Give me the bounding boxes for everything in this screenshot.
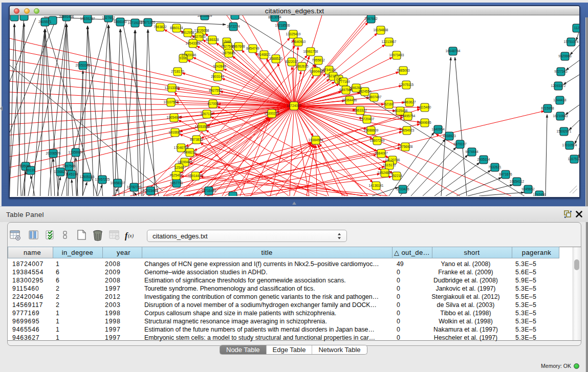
svg-text:9777169: 9777169 <box>337 80 350 83</box>
svg-text:2087682: 2087682 <box>364 17 378 20</box>
svg-text:9699695: 9699695 <box>418 121 431 124</box>
svg-text:9329966: 9329966 <box>558 54 572 58</box>
svg-text:10655287: 10655287 <box>80 17 95 20</box>
svg-text:417006: 417006 <box>207 102 219 105</box>
svg-text:17359924: 17359924 <box>69 150 83 154</box>
svg-text:8912958: 8912958 <box>181 31 194 34</box>
svg-text:1916682: 1916682 <box>168 130 182 134</box>
svg-text:18724007: 18724007 <box>287 104 301 107</box>
svg-text:10543382: 10543382 <box>186 41 201 45</box>
svg-text:8471676: 8471676 <box>499 172 512 176</box>
svg-text:8990448: 8990448 <box>310 70 323 73</box>
svg-text:1733426: 1733426 <box>396 187 409 191</box>
svg-text:14136141: 14136141 <box>369 184 384 187</box>
svg-text:8186328: 8186328 <box>206 38 219 41</box>
svg-text:14495754: 14495754 <box>401 114 416 118</box>
svg-text:15692971: 15692971 <box>557 129 572 133</box>
svg-text:16210643: 16210643 <box>553 114 568 118</box>
svg-text:16099469: 16099469 <box>178 160 192 164</box>
svg-text:8215958: 8215958 <box>541 106 554 110</box>
svg-text:252214: 252214 <box>391 174 402 178</box>
svg-text:20206576: 20206576 <box>46 151 61 155</box>
svg-text:3824554: 3824554 <box>358 90 372 93</box>
svg-text:12546: 12546 <box>175 166 184 169</box>
svg-text:1588520: 1588520 <box>269 57 282 60</box>
svg-text:835061: 835061 <box>20 164 31 168</box>
svg-text:10958107: 10958107 <box>111 181 125 185</box>
svg-text:1167533: 1167533 <box>568 157 579 161</box>
svg-text:3267110: 3267110 <box>201 112 213 116</box>
svg-text:16154838: 16154838 <box>374 28 388 32</box>
svg-text:8813054: 8813054 <box>268 15 281 19</box>
svg-text:19756928: 19756928 <box>398 145 413 148</box>
svg-text:7485003: 7485003 <box>397 69 410 72</box>
svg-text:7632621: 7632621 <box>488 165 502 169</box>
svg-text:2935114: 2935114 <box>477 158 490 161</box>
svg-text:1640954: 1640954 <box>431 127 445 131</box>
svg-text:19524851: 19524851 <box>378 171 393 174</box>
svg-text:112: 112 <box>574 26 579 30</box>
svg-text:10025438: 10025438 <box>393 109 408 113</box>
svg-text:9327503: 9327503 <box>192 35 206 38</box>
svg-text:8873832: 8873832 <box>190 138 203 141</box>
svg-text:12975115: 12975115 <box>399 83 414 86</box>
svg-text:6497568: 6497568 <box>339 88 353 92</box>
svg-text:9115460: 9115460 <box>419 105 431 109</box>
svg-text:15751074: 15751074 <box>564 40 579 43</box>
svg-text:15716485: 15716485 <box>202 189 216 192</box>
svg-text:10807487: 10807487 <box>367 95 382 99</box>
svg-text:8938923: 8938923 <box>443 134 456 138</box>
svg-text:13325419: 13325419 <box>286 32 301 36</box>
svg-text:16033809: 16033809 <box>198 15 212 17</box>
svg-text:1792450: 1792450 <box>533 193 546 196</box>
svg-text:17957225: 17957225 <box>95 178 110 181</box>
svg-text:12213967: 12213967 <box>382 40 397 43</box>
svg-text:2803144: 2803144 <box>211 75 224 78</box>
svg-text:8454749: 8454749 <box>246 47 259 50</box>
svg-text:19218506: 19218506 <box>275 24 290 27</box>
svg-text:9857791: 9857791 <box>170 181 183 185</box>
svg-text:3875685: 3875685 <box>222 51 235 55</box>
svg-text:7955812: 7955812 <box>312 58 325 62</box>
svg-text:1615172: 1615172 <box>383 163 396 167</box>
svg-text:18807249: 18807249 <box>370 139 385 142</box>
svg-text:2867608: 2867608 <box>232 45 245 48</box>
svg-text:3498222: 3498222 <box>183 150 197 154</box>
svg-text:10973493: 10973493 <box>389 53 404 57</box>
svg-text:10688609: 10688609 <box>364 128 379 132</box>
svg-text:6879197: 6879197 <box>453 142 467 146</box>
svg-text:10654112: 10654112 <box>510 180 525 183</box>
svg-text:9684067: 9684067 <box>375 151 388 155</box>
svg-text:15720407: 15720407 <box>360 117 375 121</box>
svg-text:12093372: 12093372 <box>551 84 566 87</box>
svg-text:7663822: 7663822 <box>154 25 167 29</box>
svg-text:3572274: 3572274 <box>227 25 240 28</box>
svg-text:7863322: 7863322 <box>354 108 367 112</box>
svg-text:9242848: 9242848 <box>213 64 226 68</box>
svg-text:9474444: 9474444 <box>465 150 478 154</box>
svg-text:7625402: 7625402 <box>169 173 183 177</box>
svg-text:16914479: 16914479 <box>188 174 203 178</box>
svg-text:19654923: 19654923 <box>167 116 182 119</box>
svg-text:16671355: 16671355 <box>141 20 156 24</box>
svg-text:16782759: 16782759 <box>127 185 142 189</box>
svg-text:17046766: 17046766 <box>174 146 189 149</box>
svg-text:8427552: 8427552 <box>209 89 222 92</box>
svg-text:(x): (x) <box>128 233 134 239</box>
svg-text:19654923: 19654923 <box>400 128 415 132</box>
svg-text:8860124: 8860124 <box>170 26 183 30</box>
svg-text:12213369: 12213369 <box>165 86 180 90</box>
svg-text:2718170: 2718170 <box>171 70 184 73</box>
svg-text:2405571: 2405571 <box>38 20 52 24</box>
svg-text:9463627: 9463627 <box>403 100 416 104</box>
svg-text:20053346: 20053346 <box>76 63 91 67</box>
svg-text:19384554: 19384554 <box>309 138 323 142</box>
svg-text:14353594: 14353594 <box>195 125 210 128</box>
svg-text:17010504: 17010504 <box>562 143 577 147</box>
svg-text:16961758: 16961758 <box>303 50 318 53</box>
svg-text:12923448: 12923448 <box>143 189 158 192</box>
svg-text:1527602: 1527602 <box>102 16 115 19</box>
svg-text:9245652: 9245652 <box>521 187 535 191</box>
svg-text:1546: 1546 <box>223 40 231 43</box>
svg-text:20364436: 20364436 <box>342 98 357 102</box>
